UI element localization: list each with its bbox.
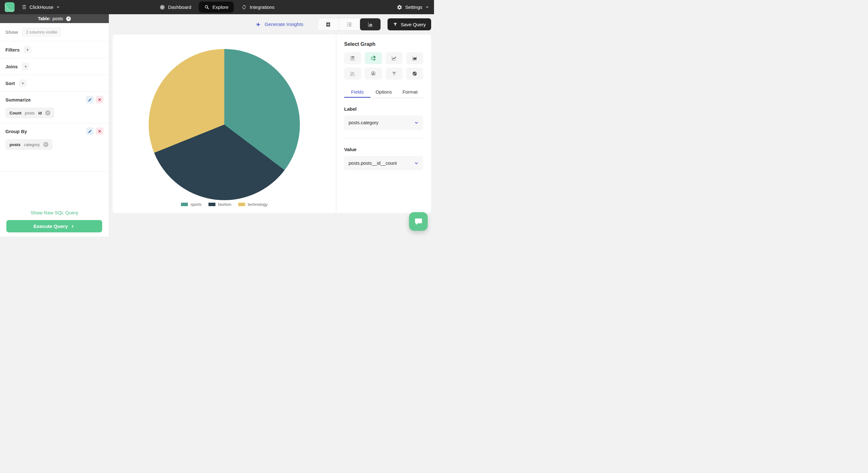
table-header: Table: posts ✕ — [0, 14, 109, 23]
settings-label: Settings — [405, 4, 422, 10]
scatter-plot-icon — [349, 70, 356, 77]
joins-row: Joins + — [0, 58, 109, 75]
chat-bubble-icon — [414, 217, 423, 226]
nav-item-label: Explore — [213, 4, 229, 10]
remove-chip-icon[interactable]: ✕ — [45, 111, 50, 116]
sort-label: Sort — [5, 81, 15, 86]
chevron-down-icon — [414, 121, 419, 125]
show-raw-sql-link[interactable]: Show Raw SQL Query — [0, 210, 109, 215]
chat-launcher-button[interactable] — [409, 212, 428, 231]
query-builder-sidebar: Table: posts ✕ Show 2 columns visible Fi… — [0, 14, 109, 236]
chevron-down-icon — [425, 5, 429, 9]
graph-type-radar-button[interactable] — [365, 68, 382, 80]
group-by-chip[interactable]: posts category ✕ — [5, 139, 53, 150]
summarize-chip[interactable]: Count posts id ✕ — [5, 107, 54, 118]
value-field-value: posts.posts__id__count — [349, 161, 397, 166]
add-filter-button[interactable]: + — [24, 46, 31, 54]
summarize-label: Summarize — [5, 97, 31, 102]
tab-fields[interactable]: Fields — [344, 89, 370, 98]
remove-summarize-button[interactable]: ✕ — [96, 96, 103, 103]
database-name: ClickHouse — [29, 4, 54, 10]
label-field-heading: Label — [344, 106, 423, 112]
aggregate-name: Count — [9, 111, 22, 116]
graph-type-grid — [344, 52, 423, 80]
legend-label: sports — [190, 202, 202, 207]
graph-type-bar-button[interactable] — [344, 52, 361, 64]
panel-divider — [344, 138, 423, 138]
columns-visible-chip[interactable]: 2 columns visible — [22, 28, 61, 37]
graph-type-line-button[interactable] — [385, 52, 403, 64]
generate-insights-button[interactable]: Generate Insights — [255, 22, 303, 28]
tab-options[interactable]: Options — [370, 89, 397, 98]
legend-label: technology — [248, 202, 268, 207]
results-toolbar: Generate Insights — [109, 14, 434, 34]
nav-item-integrations[interactable]: Integrations — [238, 2, 277, 12]
panel-tabs: Fields Options Format — [344, 89, 423, 98]
show-row: Show 2 columns visible — [0, 23, 109, 41]
graph-type-scatter-button[interactable] — [344, 68, 361, 80]
graph-type-funnel-button[interactable] — [385, 68, 403, 80]
joins-label: Joins — [5, 64, 18, 69]
pie-chart[interactable] — [149, 49, 300, 200]
chevron-down-icon — [414, 161, 419, 166]
results-surface: sportsfashiontechnology Select Graph — [113, 34, 431, 213]
sort-row: Sort + — [0, 75, 109, 92]
close-icon: ✕ — [98, 97, 101, 102]
area-chart-icon — [411, 55, 418, 61]
search-icon — [204, 4, 210, 10]
show-label: Show — [5, 29, 18, 35]
horizontal-bar-chart-icon — [349, 55, 356, 61]
sidebar-spacer — [0, 172, 109, 210]
remove-table-icon[interactable]: ✕ — [66, 17, 71, 21]
main-content: Generate Insights — [109, 14, 434, 236]
legend-item: fashion — [209, 202, 231, 207]
table-view-button[interactable] — [318, 18, 339, 30]
chip-column-name: id — [38, 111, 42, 116]
edit-group-by-button[interactable] — [86, 127, 94, 135]
nav-item-label: Integrations — [250, 4, 274, 10]
globe-icon — [411, 70, 418, 77]
view-toggle-group — [318, 18, 381, 31]
label-field-select[interactable]: posts.category — [344, 116, 423, 130]
graph-type-pie-button[interactable] — [365, 52, 382, 64]
list-icon — [346, 22, 352, 28]
table-icon — [325, 22, 331, 28]
remove-chip-icon[interactable]: ✕ — [43, 142, 49, 147]
funnel-icon — [393, 22, 398, 27]
add-join-button[interactable]: + — [22, 63, 29, 70]
nav-item-explore[interactable]: Explore — [199, 2, 234, 13]
label-field-value: posts.category — [349, 120, 378, 125]
graph-type-area-button[interactable] — [406, 52, 423, 64]
legend-swatch — [238, 203, 245, 206]
lightning-icon — [70, 224, 75, 229]
legend-swatch — [181, 203, 188, 206]
settings-menu[interactable]: Settings — [397, 4, 429, 10]
table-header-prefix: Table: — [38, 16, 51, 21]
chip-table-name: posts — [25, 111, 35, 116]
execute-query-button[interactable]: Execute Query — [6, 220, 102, 232]
app-logo[interactable] — [5, 2, 14, 12]
save-query-button[interactable]: Save Query — [388, 18, 431, 30]
database-selector[interactable]: ClickHouse — [22, 4, 60, 10]
nav-item-dashboard[interactable]: Dashboard — [156, 2, 194, 13]
tab-format[interactable]: Format — [397, 89, 423, 98]
value-field-select[interactable]: posts.posts__id__count — [344, 156, 423, 170]
legend-item: sports — [181, 202, 202, 207]
chart-canvas: sportsfashiontechnology — [113, 34, 336, 213]
add-sort-button[interactable]: + — [19, 80, 27, 87]
chart-view-button[interactable] — [360, 18, 380, 30]
edit-summarize-button[interactable] — [86, 96, 94, 103]
list-view-button[interactable] — [339, 18, 360, 30]
database-icon — [22, 4, 27, 10]
graph-type-geo-button[interactable] — [406, 68, 423, 80]
group-by-label: Group By — [5, 129, 27, 134]
radar-chart-icon — [370, 70, 376, 77]
graph-settings-panel: Select Graph — [336, 34, 431, 213]
pencil-icon — [88, 129, 92, 133]
funnel-chart-icon — [391, 70, 397, 77]
gear-icon — [397, 4, 402, 10]
close-icon: ✕ — [98, 129, 101, 134]
remove-group-by-button[interactable]: ✕ — [96, 127, 103, 135]
filters-row: Filters + — [0, 41, 109, 58]
save-query-label: Save Query — [401, 22, 426, 27]
